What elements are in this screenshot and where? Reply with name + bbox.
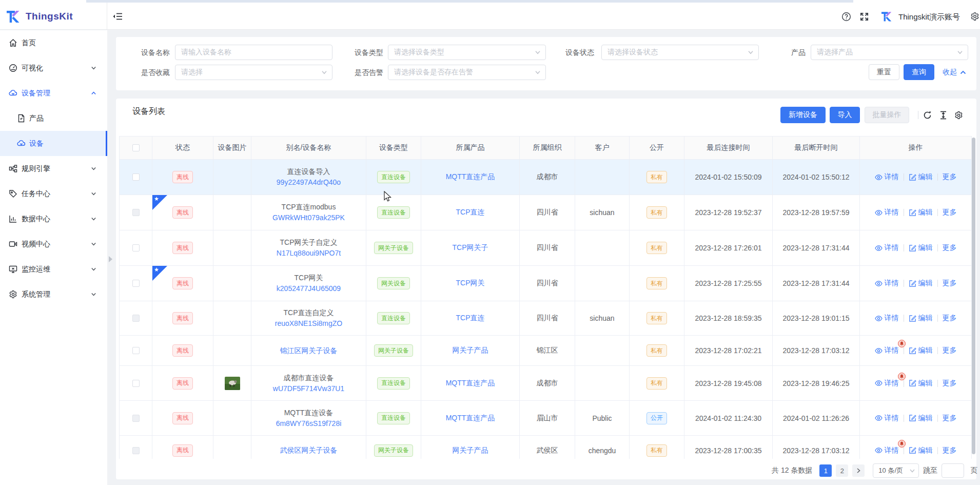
sidebar-item-6[interactable]: 任务中心 (0, 181, 107, 206)
sidebar-item-2[interactable]: 设备管理 (0, 81, 107, 106)
product-link[interactable]: TCP网关 (456, 279, 485, 288)
sidebar-item-4[interactable]: 设备 (0, 131, 107, 156)
product-link[interactable]: MQTT直连产品 (446, 172, 495, 182)
device-id-link[interactable]: 99y22497A4drQ40o (277, 177, 341, 188)
detail-link[interactable]: 详情 (875, 346, 899, 355)
row-checkbox[interactable] (132, 209, 140, 216)
filter-select-1[interactable]: 请选择设备类型 (388, 45, 546, 60)
sidebar-item-5[interactable]: 规则引擎 (0, 156, 107, 181)
product-link[interactable]: MQTT直连产品 (446, 379, 495, 388)
search-button[interactable]: 查询 (904, 64, 934, 80)
row-checkbox[interactable] (132, 315, 140, 322)
more-link[interactable]: 更多 (943, 346, 957, 355)
account-name[interactable]: Thingskit演示账号 (898, 12, 960, 22)
sidebar-item-0[interactable]: 首页 (0, 30, 107, 55)
product-link[interactable]: MQTT直连产品 (446, 414, 495, 423)
detail-link[interactable]: 详情 (875, 243, 899, 253)
sidebar-item-10[interactable]: 系统管理 (0, 282, 107, 307)
sidebar-expand-handle-icon[interactable] (108, 255, 113, 263)
edit-link[interactable]: 编辑 (909, 314, 933, 323)
device-id-link[interactable]: N17Lq88oui9NPO7t (277, 248, 341, 259)
star-icon: ★ (154, 266, 159, 273)
detail-link[interactable]: 详情 (875, 314, 899, 323)
more-link[interactable]: 更多 (943, 279, 957, 288)
filter-input-0[interactable]: 请输入设备名称 (175, 45, 332, 60)
device-id-link[interactable]: reuoX8NE1Si8mgZO (275, 318, 343, 329)
edit-link[interactable]: 编辑 (909, 172, 933, 182)
device-id-link[interactable]: wU7DF5F714Vw37U1 (273, 383, 344, 394)
reset-button[interactable]: 重置 (869, 64, 899, 80)
edit-link[interactable]: 编辑 (909, 446, 933, 455)
detail-link[interactable]: 详情 (875, 208, 899, 217)
refresh-icon[interactable] (923, 111, 932, 120)
detail-link[interactable]: 详情 (875, 446, 899, 455)
sidebar-fold-icon[interactable] (112, 11, 123, 22)
device-id-link[interactable]: 6m8WY76sS19f728i (276, 418, 342, 429)
filter-select-5[interactable]: 请选择设备是否存在告警 (388, 65, 546, 80)
sidebar-item-1[interactable]: 可视化 (0, 55, 107, 81)
operation-divider (904, 380, 904, 387)
row-checkbox[interactable] (132, 415, 140, 422)
filter-select-3[interactable]: 请选择产品 (811, 45, 968, 60)
add-device-button[interactable]: 新增设备 (780, 107, 826, 123)
sidebar-item-7[interactable]: 数据中心 (0, 206, 107, 231)
column-setting-gear-icon[interactable] (954, 111, 963, 120)
filter-select-4[interactable]: 请选择 (175, 65, 332, 80)
more-link[interactable]: 更多 (943, 379, 957, 388)
product-link[interactable]: 网关子产品 (453, 346, 488, 355)
device-name-link[interactable]: 锦江区网关子设备 (280, 345, 338, 356)
edit-link[interactable]: 编辑 (909, 243, 933, 253)
next-page-button[interactable] (852, 464, 865, 477)
detail-link[interactable]: 详情 (875, 279, 899, 288)
detail-link[interactable]: 详情 (875, 172, 899, 182)
bell-icon (899, 341, 904, 346)
sidebar-item-3[interactable]: 产品 (0, 106, 107, 131)
more-link[interactable]: 更多 (943, 446, 957, 455)
row-checkbox[interactable] (132, 380, 140, 387)
more-link[interactable]: 更多 (943, 208, 957, 217)
edit-link[interactable]: 编辑 (909, 208, 933, 217)
page-button-2[interactable]: 2 (836, 464, 848, 477)
page-size-select[interactable]: 10 条/页 (873, 463, 919, 478)
detail-link[interactable]: 详情 (875, 379, 899, 388)
edit-link[interactable]: 编辑 (909, 346, 933, 355)
row-checkbox[interactable] (132, 447, 140, 454)
product-link[interactable]: TCP直连 (456, 314, 485, 323)
table-vertical-scrollbar[interactable] (972, 138, 975, 454)
row-height-icon[interactable] (939, 111, 948, 120)
more-link[interactable]: 更多 (943, 314, 957, 323)
jump-page-input[interactable] (942, 463, 964, 478)
filter-select-2[interactable]: 请选择设备状态 (601, 45, 759, 60)
fullscreen-icon[interactable] (860, 12, 869, 21)
collapse-filter-link[interactable]: 收起 (943, 68, 966, 77)
settings-gear-icon[interactable] (970, 12, 979, 21)
edit-link[interactable]: 编辑 (909, 279, 933, 288)
product-link[interactable]: 网关子产品 (453, 446, 488, 455)
select-all-checkbox[interactable] (132, 144, 140, 151)
device-id-link[interactable]: k2052477J4U65009 (277, 283, 341, 294)
last-connect-cell: 2023-12-28 17:00:35 (684, 436, 773, 459)
sidebar-item-8[interactable]: 视频中心 (0, 231, 107, 257)
page-button-1[interactable]: 1 (819, 464, 832, 477)
more-link[interactable]: 更多 (943, 243, 957, 253)
batch-operation-button[interactable]: 批量操作 (865, 107, 909, 123)
more-link[interactable]: 更多 (943, 172, 957, 182)
help-icon[interactable] (841, 12, 851, 22)
sidebar-item-label: 设备 (29, 139, 44, 148)
logo-area[interactable]: ThingsKit (0, 3, 107, 30)
detail-link[interactable]: 详情 (875, 414, 899, 423)
sidebar-item-9[interactable]: 监控运维 (0, 257, 107, 282)
row-checkbox[interactable] (132, 173, 140, 181)
product-link[interactable]: TCP直连 (456, 208, 485, 217)
product-link[interactable]: TCP网关子 (453, 243, 488, 253)
device-name-link[interactable]: 武侯区网关子设备 (280, 445, 338, 456)
device-id-link[interactable]: GWRkWHt079ak25PK (272, 212, 345, 223)
more-link[interactable]: 更多 (943, 414, 957, 423)
row-checkbox[interactable] (132, 280, 140, 287)
edit-link[interactable]: 编辑 (909, 414, 933, 423)
import-button[interactable]: 导入 (830, 107, 860, 123)
edit-link[interactable]: 编辑 (909, 379, 933, 388)
row-checkbox[interactable] (132, 244, 140, 251)
row-checkbox[interactable] (132, 347, 140, 354)
user-avatar-logo[interactable] (881, 11, 893, 22)
